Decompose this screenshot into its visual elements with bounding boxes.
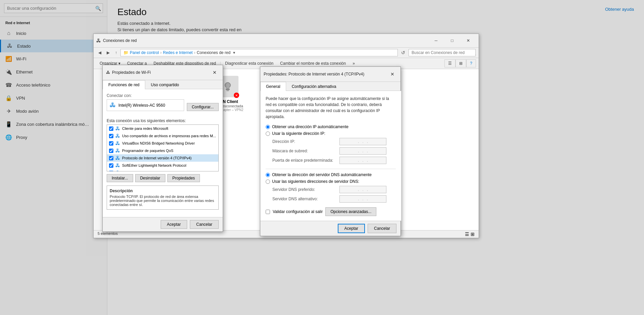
- validate-checkbox[interactable]: [266, 210, 270, 214]
- list-item-5[interactable]: 🖧 SoftEther Lightweight Network Protocol: [107, 162, 218, 169]
- gateway-field-label: Puerta de enlace predeterminada:: [272, 158, 339, 163]
- more-button[interactable]: »: [349, 60, 358, 67]
- item-checkbox-0[interactable]: [109, 126, 113, 131]
- maximize-button[interactable]: □: [444, 36, 460, 45]
- breadcrumb-conexiones[interactable]: Conexiones de red: [197, 50, 230, 55]
- list-item-6[interactable]: 🖧 Protocolo de multiplexor de adaptador …: [107, 169, 218, 171]
- tcp-accept-button[interactable]: Aceptar: [338, 224, 365, 233]
- ip-manual-label[interactable]: Usar la siguiente dirección IP:: [272, 131, 325, 136]
- subnet-input[interactable]: [339, 147, 386, 155]
- validate-label[interactable]: Validar configuración al salir: [273, 209, 323, 214]
- wifi-cancel-button[interactable]: Cancelar: [190, 220, 219, 229]
- list-item-2[interactable]: 🖧 VirtualBox NDIS6 Bridged Networking Dr…: [107, 140, 218, 147]
- tcp-dialog-close[interactable]: ✕: [388, 69, 397, 79]
- gateway-input[interactable]: [339, 157, 386, 164]
- dns-auto-radio[interactable]: [266, 173, 270, 177]
- ip-field-label: Dirección IP:: [272, 139, 339, 144]
- dns-pref-field-row: Servidor DNS preferido:: [266, 186, 396, 193]
- uninstall-button[interactable]: Desinstalar: [135, 174, 165, 182]
- view-button[interactable]: ☰: [444, 59, 455, 67]
- subnet-field-row: Máscara de subred:: [266, 147, 396, 155]
- tab-alt-config[interactable]: Configuración alternativa: [286, 82, 342, 91]
- folder-icon: 📁: [123, 50, 128, 55]
- ip-field-row: Dirección IP:: [266, 138, 396, 145]
- item-text-5: SoftEther Lightweight Network Protocol: [122, 163, 186, 167]
- dialog-action-buttons: Instalar... Desinstalar Propiedades: [107, 174, 219, 182]
- view2-button[interactable]: ⊞: [455, 59, 466, 67]
- icon-view-btn[interactable]: ⊞: [471, 231, 475, 237]
- item-text-3: Programador de paquetes QoS: [122, 149, 173, 153]
- breadcrumb-redes[interactable]: Redes e Internet: [163, 50, 193, 55]
- item-text-4: Protocolo de Internet versión 4 (TCP/IPv…: [122, 156, 192, 160]
- configure-button[interactable]: Configurar...: [187, 103, 219, 111]
- item-checkbox-4[interactable]: [109, 156, 113, 160]
- diagnose-button[interactable]: Diagnosticar esta conexión: [222, 60, 277, 67]
- list-item-1[interactable]: 🖧 Uso compartido de archivos e impresora…: [107, 132, 218, 140]
- network-icon: 🖧: [96, 38, 101, 43]
- forward-button[interactable]: ▶: [105, 49, 112, 56]
- tcp-cancel-button[interactable]: Cancelar: [368, 224, 396, 233]
- breadcrumb-dropdown[interactable]: ▾: [233, 50, 235, 55]
- item-checkbox-2[interactable]: [109, 141, 113, 146]
- install-button[interactable]: Instalar...: [107, 174, 133, 182]
- wifi-accept-button[interactable]: Aceptar: [161, 220, 187, 229]
- tcp-dialog-title: Propiedades: Protocolo de Internet versi…: [264, 72, 364, 76]
- list-item-4[interactable]: 🖧 Protocolo de Internet versión 4 (TCP/I…: [107, 154, 218, 162]
- breadcrumb-panel[interactable]: Panel de control: [130, 50, 159, 55]
- dns-auto-row: Obtener la dirección del servidor DNS au…: [266, 172, 396, 177]
- back-button[interactable]: ◀: [96, 49, 103, 56]
- desc-label: Descripción: [110, 189, 216, 193]
- wifi-dialog-footer: Aceptar Cancelar: [103, 217, 223, 231]
- list-item-3[interactable]: 🖧 Programador de paquetes QoS: [107, 147, 218, 154]
- item-icon-2: 🖧: [115, 141, 120, 146]
- properties-button[interactable]: Propiedades: [167, 174, 200, 182]
- svg-point-4: [225, 83, 230, 88]
- up-button[interactable]: ↑: [113, 49, 119, 56]
- ip-auto-radio[interactable]: [266, 125, 270, 129]
- tab-general[interactable]: General: [260, 82, 286, 91]
- ip-manual-radio[interactable]: [266, 132, 270, 136]
- tcp-dialog-titlebar: Propiedades: Protocolo de Internet versi…: [260, 67, 400, 82]
- minimize-button[interactable]: ─: [428, 36, 444, 45]
- ip-auto-label[interactable]: Obtener una dirección IP automáticamente: [272, 124, 348, 129]
- items-count: 5 elementos: [98, 231, 118, 237]
- wifi-dialog-close[interactable]: ✕: [210, 68, 219, 77]
- connect-with-field: Conectar con: 🖧 Intel(R) Wireless-AC 956…: [107, 93, 219, 114]
- item-icon-6: 🖧: [115, 170, 120, 171]
- validate-row: Validar configuración al salir Opciones …: [266, 207, 396, 216]
- item-icon-5: 🖧: [115, 163, 120, 168]
- dns-alt-input[interactable]: [339, 195, 386, 203]
- list-view-btn[interactable]: ☰: [465, 231, 469, 237]
- wifi-dialog-icon: 🖧: [106, 70, 110, 75]
- tab-uso-compartido[interactable]: Uso compartido: [145, 80, 185, 89]
- elements-label: Esta conexión usa los siguientes element…: [107, 118, 219, 123]
- dns-pref-input[interactable]: [339, 186, 386, 193]
- conexiones-search-input[interactable]: [409, 49, 476, 56]
- item-checkbox-5[interactable]: [109, 163, 113, 168]
- ip-auto-row: Obtener una dirección IP automáticamente: [266, 124, 396, 129]
- gateway-field-row: Puerta de enlace predeterminada:: [266, 157, 396, 164]
- dns-alt-label: Servidor DNS alternativo:: [272, 197, 339, 201]
- elements-listbox: 🖧 Cliente para redes Microsoft 🖧 Uso com…: [107, 124, 219, 171]
- svg-rect-6: [226, 89, 230, 90]
- validate-row-wrap: Validar configuración al salir Opciones …: [266, 207, 396, 216]
- item-text-2: VirtualBox NDIS6 Bridged Networking Driv…: [122, 141, 195, 145]
- dns-manual-radio[interactable]: [266, 179, 270, 184]
- item-icon-1: 🖧: [115, 133, 120, 139]
- dns-alt-field-row: Servidor DNS alternativo:: [266, 195, 396, 203]
- dns-manual-label[interactable]: Usar las siguientes direcciones de servi…: [272, 179, 359, 184]
- tab-funciones-red[interactable]: Funciones de red: [103, 80, 145, 89]
- item-checkbox-6[interactable]: [109, 171, 113, 172]
- help-icon-button[interactable]: ?: [466, 59, 476, 67]
- statusbar-right: ☰ ⊞: [465, 231, 475, 237]
- item-checkbox-3[interactable]: [109, 149, 113, 153]
- description-box: Descripción Protocolo TCP/IP. El protoco…: [107, 186, 219, 210]
- rename-button[interactable]: Cambiar el nombre de esta conexión: [277, 60, 349, 67]
- ip-input[interactable]: [339, 138, 386, 145]
- item-checkbox-1[interactable]: [109, 134, 113, 138]
- list-item-0[interactable]: 🖧 Cliente para redes Microsoft: [107, 125, 218, 132]
- advanced-button[interactable]: Opciones avanzadas...: [325, 207, 376, 216]
- dns-auto-label[interactable]: Obtener la dirección del servidor DNS au…: [272, 172, 372, 177]
- refresh-button[interactable]: ↺: [399, 49, 407, 56]
- close-button[interactable]: ✕: [461, 36, 476, 45]
